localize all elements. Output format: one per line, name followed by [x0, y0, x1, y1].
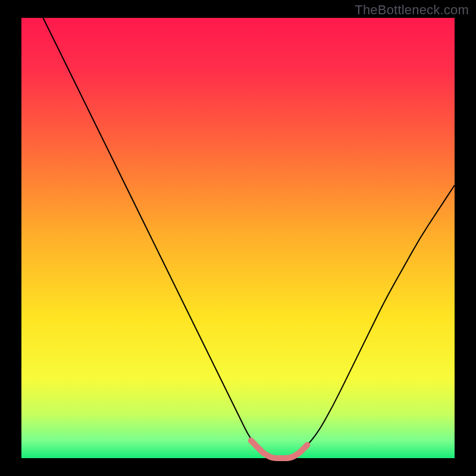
plot-background: [21, 18, 455, 458]
watermark-label: TheBottleneck.com: [355, 2, 469, 18]
chart-frame: TheBottleneck.com: [0, 0, 476, 476]
bottleneck-chart: [0, 0, 476, 476]
